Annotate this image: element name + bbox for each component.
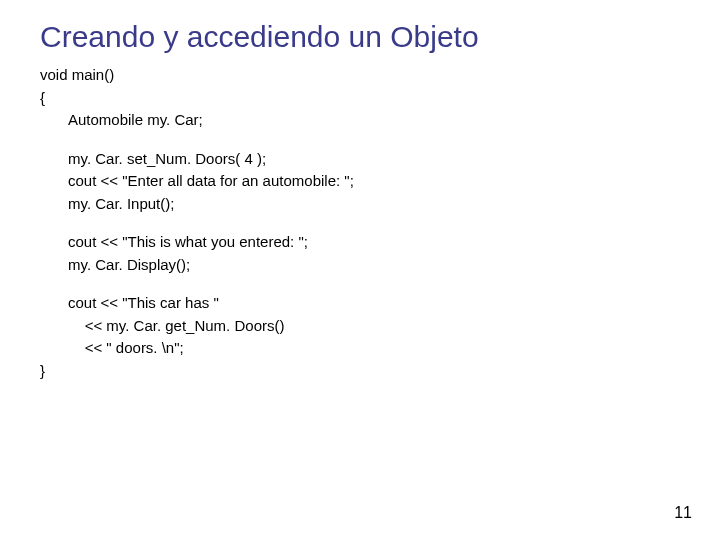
code-line-open-brace: { — [40, 87, 680, 110]
code-line: cout << "This car has " — [68, 292, 680, 315]
code-body: Automobile my. Car; my. Car. set_Num. Do… — [68, 109, 680, 360]
slide: Creando y accediendo un Objeto void main… — [0, 0, 720, 540]
code-line: << " doors. \n"; — [68, 337, 680, 360]
slide-title: Creando y accediendo un Objeto — [40, 20, 680, 54]
blank-line — [68, 132, 680, 148]
code-line-fn: void main() — [40, 64, 680, 87]
code-line: my. Car. set_Num. Doors( 4 ); — [68, 148, 680, 171]
blank-line — [68, 215, 680, 231]
code-block: void main() { Automobile my. Car; my. Ca… — [40, 64, 680, 382]
code-line: cout << "Enter all data for an automobil… — [68, 170, 680, 193]
code-line: my. Car. Display(); — [68, 254, 680, 277]
code-line: << my. Car. get_Num. Doors() — [68, 315, 680, 338]
code-line: my. Car. Input(); — [68, 193, 680, 216]
code-line-close-brace: } — [40, 360, 680, 383]
code-line: Automobile my. Car; — [68, 109, 680, 132]
blank-line — [68, 276, 680, 292]
page-number: 11 — [674, 504, 692, 522]
code-line: cout << "This is what you entered: "; — [68, 231, 680, 254]
